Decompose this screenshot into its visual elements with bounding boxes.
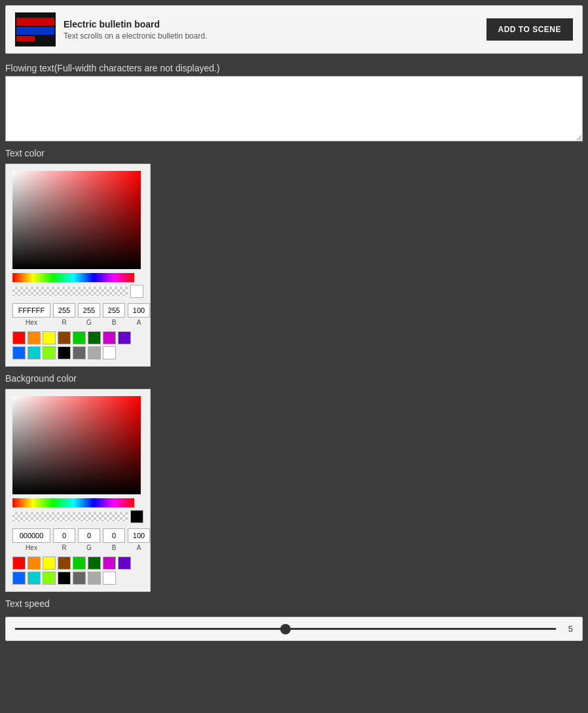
bg-hue-bar[interactable] (12, 498, 134, 507)
bg-hex-label: Hex (26, 544, 37, 551)
text-color-inputs: Hex R G B A (12, 303, 143, 326)
color-swatch[interactable] (73, 346, 86, 359)
plugin-header-left: Electric bulletin board Text scrolls on … (15, 12, 207, 46)
color-swatch[interactable] (28, 557, 41, 570)
bg-b-col: B (103, 528, 125, 551)
text-a-label: A (137, 319, 141, 326)
text-a-col: A (128, 303, 150, 326)
text-b-input[interactable] (103, 303, 125, 318)
color-swatch[interactable] (58, 331, 71, 344)
text-r-label: R (62, 319, 66, 326)
color-swatch[interactable] (43, 346, 56, 359)
speed-slider[interactable] (15, 628, 556, 630)
bg-r-label: R (62, 544, 66, 551)
color-swatch[interactable] (58, 572, 71, 585)
color-swatch[interactable] (12, 331, 26, 344)
add-to-scene-button[interactable]: ADD TO SCENE (487, 18, 573, 41)
flowing-text-input[interactable] (5, 76, 583, 141)
bg-a-label: A (137, 544, 141, 551)
text-g-col: G (78, 303, 100, 326)
bg-g-col: G (78, 528, 100, 551)
bg-b-label: B (112, 544, 117, 551)
svg-rect-1 (16, 18, 54, 26)
color-swatch[interactable] (103, 572, 116, 585)
text-alpha-row (12, 285, 143, 298)
bg-color-swatches (12, 557, 141, 585)
color-swatch[interactable] (88, 557, 101, 570)
text-color-picker: Hex R G B A (5, 164, 151, 367)
text-hex-col: Hex (12, 303, 50, 326)
flowing-text-label: Flowing text(Full-width characters are n… (0, 59, 588, 76)
bg-hex-col: Hex (12, 528, 50, 551)
color-swatch[interactable] (12, 572, 26, 585)
plugin-info: Electric bulletin board Text scrolls on … (64, 19, 207, 41)
plugin-thumbnail (15, 12, 56, 46)
svg-rect-3 (16, 36, 35, 41)
color-swatch[interactable] (103, 557, 116, 570)
color-swatch[interactable] (28, 572, 41, 585)
bg-alpha-bar[interactable] (12, 512, 128, 521)
bg-color-inputs: Hex R G B A (12, 528, 143, 551)
text-r-col: R (53, 303, 75, 326)
bg-color-gradient[interactable] (12, 396, 141, 494)
speed-slider-row: 5 (15, 624, 573, 634)
bg-color-picker: Hex R G B A (5, 389, 151, 592)
text-alpha-bar[interactable] (12, 287, 128, 296)
text-a-input[interactable] (128, 303, 150, 318)
text-hex-input[interactable] (12, 303, 50, 318)
color-swatch[interactable] (12, 557, 26, 570)
bg-r-col: R (53, 528, 75, 551)
color-swatch[interactable] (118, 331, 131, 344)
color-swatch[interactable] (88, 331, 101, 344)
color-swatch[interactable] (28, 331, 41, 344)
text-color-swatches (12, 331, 141, 359)
bg-b-input[interactable] (103, 528, 125, 543)
text-color-gradient[interactable] (12, 171, 141, 269)
bg-a-input[interactable] (128, 528, 150, 543)
bg-alpha-row (12, 510, 143, 523)
bg-g-input[interactable] (78, 528, 100, 543)
plugin-title: Electric bulletin board (64, 19, 207, 29)
color-swatch[interactable] (103, 346, 116, 359)
bg-color-label: Background color (0, 369, 588, 386)
bg-a-col: A (128, 528, 150, 551)
text-color-preview (130, 285, 143, 298)
color-swatch[interactable] (118, 557, 131, 570)
color-swatch[interactable] (58, 557, 71, 570)
color-swatch[interactable] (103, 331, 116, 344)
text-hue-bar[interactable] (12, 273, 134, 282)
color-swatch[interactable] (73, 331, 86, 344)
text-b-col: B (103, 303, 125, 326)
bg-r-input[interactable] (53, 528, 75, 543)
text-g-input[interactable] (78, 303, 100, 318)
color-swatch[interactable] (73, 572, 86, 585)
text-color-label: Text color (0, 144, 588, 161)
text-hex-label: Hex (26, 319, 37, 326)
color-swatch[interactable] (43, 331, 56, 344)
plugin-description: Text scrolls on a electronic bulletin bo… (64, 31, 207, 41)
text-speed-section: 5 (5, 617, 583, 641)
bg-color-preview (130, 510, 143, 523)
color-swatch[interactable] (88, 572, 101, 585)
text-r-input[interactable] (53, 303, 75, 318)
bg-hex-input[interactable] (12, 528, 50, 543)
speed-value: 5 (562, 624, 573, 634)
text-b-label: B (112, 319, 117, 326)
color-swatch[interactable] (88, 346, 101, 359)
svg-rect-2 (16, 27, 54, 35)
color-swatch[interactable] (12, 346, 26, 359)
bg-g-label: G (86, 544, 92, 551)
text-speed-section-label: Text speed (0, 594, 588, 612)
color-swatch[interactable] (73, 557, 86, 570)
plugin-header-card: Electric bulletin board Text scrolls on … (5, 5, 583, 54)
color-swatch[interactable] (28, 346, 41, 359)
color-swatch[interactable] (43, 572, 56, 585)
color-swatch[interactable] (58, 346, 71, 359)
text-g-label: G (86, 319, 92, 326)
color-swatch[interactable] (43, 557, 56, 570)
